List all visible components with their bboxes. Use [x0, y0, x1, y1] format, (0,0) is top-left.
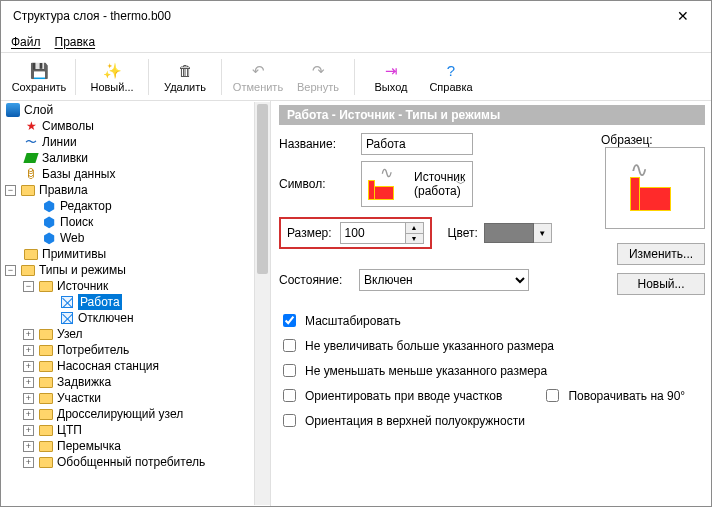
fill-icon [23, 150, 39, 166]
expand-toggle[interactable]: + [23, 329, 34, 340]
exit-icon: ⇥ [385, 61, 398, 81]
menu-edit[interactable]: Правка [55, 35, 96, 49]
cube-icon: ⬢ [41, 214, 57, 230]
size-input[interactable] [341, 223, 405, 243]
expand-toggle[interactable]: + [23, 393, 34, 404]
sample-label: Образец: [601, 133, 653, 147]
folder-icon [38, 326, 54, 342]
toolbar: 💾Сохранить ✨Новый... 🗑Удалить ↶Отменить … [1, 53, 711, 101]
delete-button[interactable]: 🗑Удалить [155, 55, 215, 99]
expand-toggle[interactable]: + [23, 457, 34, 468]
tree-scrollbar[interactable] [254, 102, 270, 505]
right-header: Работа - Источник - Типы и режимы [279, 105, 705, 125]
layer-icon [5, 102, 21, 118]
folder-icon [38, 454, 54, 470]
check-rotate90[interactable] [546, 389, 559, 402]
state-select[interactable]: Включен [359, 269, 529, 291]
check-no-shrink[interactable] [283, 364, 296, 377]
size-spinner[interactable]: ▲▼ [340, 222, 424, 244]
folder-icon [38, 390, 54, 406]
smoke-icon: ∿ [377, 168, 395, 178]
close-button[interactable]: ✕ [663, 8, 703, 24]
help-button[interactable]: ?Справка [421, 55, 481, 99]
titlebar: Структура слоя - thermo.b00 ✕ [1, 1, 711, 31]
exit-button[interactable]: ⇥Выход [361, 55, 421, 99]
folder-icon [23, 246, 39, 262]
new-button[interactable]: ✨Новый... [82, 55, 142, 99]
check-no-enlarge[interactable] [283, 339, 296, 352]
menu-file[interactable]: Файл [11, 35, 41, 49]
collapse-toggle[interactable]: − [23, 281, 34, 292]
symbol-label: Символ: [279, 177, 353, 191]
expand-toggle[interactable]: + [23, 377, 34, 388]
line-icon: 〜 [23, 134, 39, 150]
symbol-dropdown[interactable]: ∿ Источник (работа) ﹀ [361, 161, 473, 207]
redo-button[interactable]: ↷Вернуть [288, 55, 348, 99]
undo-button[interactable]: ↶Отменить [228, 55, 288, 99]
spin-down[interactable]: ▼ [405, 234, 423, 244]
folder-icon [38, 342, 54, 358]
star-icon: ★ [23, 118, 39, 134]
check-orient[interactable] [283, 389, 296, 402]
database-icon: 🛢 [23, 166, 39, 182]
tree[interactable]: Слой ★Символы 〜Линии Заливки 🛢Базы данны… [5, 102, 254, 505]
collapse-toggle[interactable]: − [5, 265, 16, 276]
tree-item-work[interactable]: Работа [78, 294, 122, 310]
color-dropdown[interactable]: ▼ [534, 223, 552, 243]
smoke-icon: ∿ [630, 165, 648, 175]
state-label: Состояние: [279, 273, 353, 287]
expand-toggle[interactable]: + [23, 425, 34, 436]
color-swatch[interactable] [484, 223, 534, 243]
folder-icon [38, 406, 54, 422]
new-symbol-button[interactable]: Новый... [617, 273, 705, 295]
folder-icon [38, 438, 54, 454]
help-icon: ? [447, 61, 455, 81]
folder-icon [38, 278, 54, 294]
change-button[interactable]: Изменить... [617, 243, 705, 265]
folder-icon [20, 262, 36, 278]
mode-icon [59, 294, 75, 310]
redo-icon: ↷ [312, 61, 325, 81]
mode-icon [59, 310, 75, 326]
folder-icon [38, 374, 54, 390]
chevron-down-icon: ﹀ [456, 177, 466, 191]
sparkle-icon: ✨ [103, 61, 122, 81]
menubar: Файл Правка [1, 31, 711, 53]
folder-icon [38, 422, 54, 438]
name-input[interactable] [361, 133, 473, 155]
sample-preview: ∿ [605, 147, 705, 229]
folder-icon [38, 358, 54, 374]
save-button[interactable]: 💾Сохранить [9, 55, 69, 99]
trash-icon: 🗑 [178, 61, 193, 81]
expand-toggle[interactable]: + [23, 345, 34, 356]
folder-icon [20, 182, 36, 198]
check-scale[interactable] [283, 314, 296, 327]
cube-icon: ⬢ [41, 230, 57, 246]
expand-toggle[interactable]: + [23, 441, 34, 452]
size-label: Размер: [287, 226, 332, 240]
check-upper[interactable] [283, 414, 296, 427]
cube-icon: ⬢ [41, 198, 57, 214]
window-title: Структура слоя - thermo.b00 [9, 9, 663, 23]
expand-toggle[interactable]: + [23, 361, 34, 372]
spin-up[interactable]: ▲ [405, 223, 423, 234]
expand-toggle[interactable]: + [23, 409, 34, 420]
undo-icon: ↶ [252, 61, 265, 81]
save-icon: 💾 [30, 61, 49, 81]
color-label: Цвет: [448, 226, 478, 240]
name-label: Название: [279, 137, 353, 151]
size-highlight: Размер: ▲▼ [279, 217, 432, 249]
collapse-toggle[interactable]: − [5, 185, 16, 196]
